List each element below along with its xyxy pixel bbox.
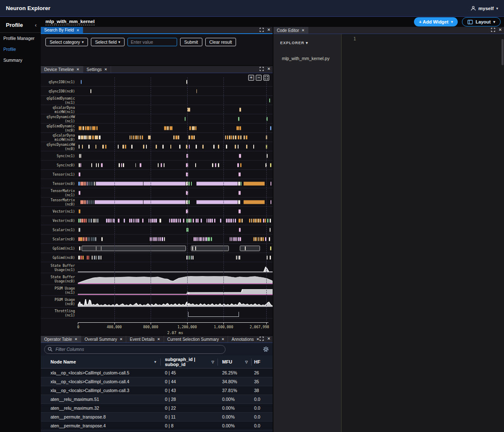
column-header-mfu[interactable]: MFU ▽: [218, 358, 252, 366]
timeline-event[interactable]: [229, 135, 230, 139]
timeline-event[interactable]: [271, 200, 271, 204]
timeline-event[interactable]: [121, 163, 122, 167]
timeline-event[interactable]: [270, 256, 271, 259]
timeline-event[interactable]: [164, 163, 165, 167]
timeline-event[interactable]: [186, 172, 188, 176]
timeline-event[interactable]: [265, 237, 266, 241]
timeline-event[interactable]: [93, 200, 94, 204]
timeline-event[interactable]: [218, 145, 219, 148]
tab-event-details[interactable]: Event Details✕: [126, 336, 164, 342]
timeline-event[interactable]: [239, 108, 241, 111]
timeline-event[interactable]: [130, 135, 130, 139]
table-row[interactable]: xla__op_<locals>CallImpl_custom-call.50 …: [41, 369, 273, 377]
timeline-event[interactable]: [82, 126, 85, 130]
timeline-event[interactable]: [270, 246, 272, 250]
timeline-event[interactable]: [82, 245, 186, 251]
timeline-track-lane[interactable]: [78, 188, 273, 197]
expand-icon[interactable]: [260, 28, 264, 32]
timeline-track-lane[interactable]: [78, 179, 273, 188]
timeline-event[interactable]: [260, 237, 260, 241]
timeline-event[interactable]: [108, 219, 109, 222]
timeline-event[interactable]: [79, 246, 81, 250]
timeline-event[interactable]: [269, 98, 270, 102]
timeline-event[interactable]: [195, 246, 196, 250]
timeline-track-lane[interactable]: [78, 142, 273, 151]
timeline-event[interactable]: [96, 182, 143, 185]
timeline-event[interactable]: [90, 126, 92, 130]
close-icon[interactable]: ✕: [77, 28, 80, 32]
timeline-event[interactable]: [238, 135, 240, 139]
timeline-event[interactable]: [88, 145, 89, 148]
timeline-event[interactable]: [193, 219, 194, 222]
timeline-event[interactable]: [79, 172, 80, 176]
timeline-event[interactable]: [79, 145, 80, 148]
timeline-event[interactable]: [266, 117, 268, 121]
timeline-event[interactable]: [175, 135, 177, 139]
timeline-event[interactable]: [133, 219, 134, 222]
timeline-event[interactable]: [90, 182, 92, 185]
timeline-event[interactable]: [158, 163, 159, 167]
timeline-event[interactable]: [246, 145, 247, 148]
timeline-event[interactable]: [78, 135, 80, 139]
timeline-event[interactable]: [234, 237, 235, 241]
filter-columns-input[interactable]: [44, 345, 225, 354]
timeline-event[interactable]: [122, 145, 124, 148]
timeline-track-lane[interactable]: [78, 161, 273, 169]
timeline-event[interactable]: [212, 163, 213, 167]
timeline-event[interactable]: [238, 256, 239, 259]
selection-bracket[interactable]: [188, 312, 239, 317]
table-row[interactable]: xla__op_<locals>CallImpl_custom-call.40 …: [41, 377, 273, 386]
timeline-event[interactable]: [191, 256, 193, 259]
timeline-event[interactable]: [142, 219, 143, 222]
timeline-event[interactable]: [231, 237, 232, 241]
timeline-event[interactable]: [148, 135, 151, 139]
timeline-event[interactable]: [229, 219, 231, 222]
timeline-event[interactable]: [93, 219, 95, 222]
close-icon[interactable]: ✕: [267, 337, 271, 341]
timeline-event[interactable]: [153, 237, 154, 241]
timeline-event[interactable]: [79, 209, 80, 213]
timeline-event[interactable]: [231, 219, 232, 222]
timeline-event[interactable]: [143, 182, 186, 185]
submit-button[interactable]: Submit: [180, 38, 202, 46]
timeline-event[interactable]: [138, 135, 139, 139]
timeline-track-lane[interactable]: [78, 234, 273, 243]
breadcrumb[interactable]: mlp_with_mm_kernel: [45, 19, 95, 25]
timeline-event[interactable]: [189, 256, 190, 259]
timeline-event[interactable]: [225, 135, 226, 139]
close-icon[interactable]: ✕: [119, 337, 122, 341]
timeline-event[interactable]: [195, 126, 197, 130]
timeline-event[interactable]: [186, 191, 188, 195]
timeline-event[interactable]: [192, 246, 193, 250]
timeline-event[interactable]: [136, 219, 138, 222]
timeline-event[interactable]: [85, 237, 85, 241]
timeline-event[interactable]: [171, 219, 172, 222]
timeline-track-lane[interactable]: [78, 96, 273, 105]
zoom-in-button[interactable]: +: [248, 75, 254, 81]
timeline-event[interactable]: [151, 237, 152, 241]
timeline-event[interactable]: [245, 246, 246, 250]
timeline-event[interactable]: [239, 209, 240, 213]
timeline-event[interactable]: [239, 154, 241, 158]
timeline-event[interactable]: [135, 163, 136, 167]
timeline-event[interactable]: [188, 200, 190, 204]
timeline-event[interactable]: [161, 163, 162, 167]
timeline-event[interactable]: [186, 145, 188, 148]
timeline-event[interactable]: [233, 237, 234, 241]
timeline-event[interactable]: [113, 219, 115, 222]
close-icon[interactable]: ✕: [267, 67, 271, 71]
timeline-event[interactable]: [96, 126, 98, 130]
timeline-event[interactable]: [86, 237, 87, 241]
timeline-event[interactable]: [131, 219, 132, 222]
timeline-event[interactable]: [173, 135, 175, 139]
timeline-event[interactable]: [170, 126, 172, 130]
timeline-event[interactable]: [150, 237, 151, 241]
timeline-event[interactable]: [269, 237, 270, 241]
table-row[interactable]: aten__permute_transpose.80 | 110.00%0.0: [41, 413, 273, 421]
timeline-event[interactable]: [92, 135, 94, 139]
timeline-event[interactable]: [131, 145, 132, 148]
user-menu[interactable]: myself ▾: [471, 6, 498, 11]
search-value-input[interactable]: [127, 38, 177, 46]
add-widget-button[interactable]: + Add Widget ▾: [414, 17, 458, 26]
timeline-event[interactable]: [189, 145, 190, 148]
